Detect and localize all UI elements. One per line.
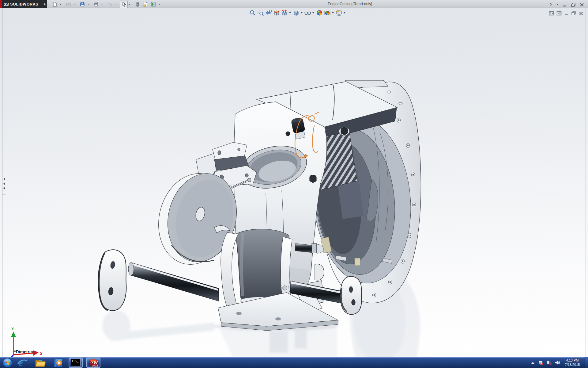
command-prompt-text: C:\_ — [72, 360, 79, 363]
help-button[interactable]: ? — [547, 2, 554, 8]
collapse-left-pane-button[interactable] — [549, 11, 554, 16]
left-arrow-icon — [3, 182, 5, 185]
doc-close-icon — [579, 11, 584, 16]
view-settings-dropdown[interactable] — [343, 9, 346, 17]
select-tool-dropdown[interactable] — [128, 1, 131, 8]
solidworks-cube-icon: S W 2015 — [88, 358, 99, 368]
options-dropdown[interactable] — [157, 1, 161, 8]
display-style-button[interactable] — [292, 9, 300, 17]
close-button[interactable] — [578, 2, 586, 8]
display-style-dropdown[interactable] — [300, 9, 303, 17]
view-settings-button[interactable] — [335, 9, 343, 17]
clock-time: 4:13 PM — [562, 358, 583, 362]
save-floppy-icon — [80, 2, 85, 7]
zoom-to-area-button[interactable] — [257, 9, 265, 17]
menu-expand-arrow[interactable] — [43, 0, 47, 8]
print-button[interactable] — [92, 1, 100, 8]
doc-minimize-button[interactable] — [564, 11, 569, 16]
heads-up-view-toolbar — [249, 9, 347, 17]
doc-restore-button[interactable] — [571, 11, 576, 16]
view-orientation-icon — [281, 9, 288, 17]
action-center-icon[interactable] — [538, 360, 543, 365]
graphics-viewport[interactable]: Y X *Dimetric — [0, 8, 588, 357]
zoom-to-fit-button[interactable] — [249, 9, 257, 17]
appearance-ball-icon — [316, 9, 323, 17]
command-prompt-icon: C:\_ — [71, 359, 81, 366]
svg-text:?: ? — [549, 2, 552, 7]
apply-scene-icon — [324, 9, 331, 17]
view-orientation-button[interactable] — [281, 9, 288, 17]
hide-show-items-button[interactable] — [304, 9, 312, 17]
print-dropdown[interactable] — [100, 1, 104, 8]
collapse-right-pane-button[interactable] — [556, 11, 562, 16]
show-hidden-icons-button[interactable] — [530, 361, 535, 365]
undo-button[interactable] — [106, 1, 114, 8]
file-properties-button[interactable] — [141, 1, 149, 8]
triad-x-label: X — [40, 351, 43, 356]
volume-icon[interactable] — [555, 360, 560, 365]
minimize-button[interactable] — [561, 2, 568, 8]
save-dropdown[interactable] — [86, 1, 90, 8]
select-tool-button[interactable] — [120, 1, 128, 8]
media-player-icon — [52, 358, 64, 368]
minimize-icon — [562, 2, 567, 7]
options-checklist-icon — [151, 2, 156, 7]
display-style-icon — [292, 9, 300, 17]
show-desktop-button[interactable] — [585, 357, 588, 368]
standard-toolbar — [51, 0, 163, 8]
previous-view-button[interactable] — [265, 9, 273, 17]
internet-explorer-icon: e — [17, 358, 28, 368]
eyeglasses-icon — [304, 9, 311, 17]
folder-icon — [34, 358, 46, 368]
doc-minimize-icon — [564, 11, 569, 16]
clock-date: 7/13/2015 — [562, 362, 583, 367]
doc-close-button[interactable] — [579, 11, 584, 16]
view-orientation-name: *Dimetric — [14, 349, 33, 354]
view-settings-icon — [335, 9, 343, 17]
apply-scene-button[interactable] — [323, 9, 331, 17]
windows-taskbar: e C:\_ — [0, 357, 588, 368]
window-title: EngineCasing [Read-only] — [328, 2, 372, 6]
restore-button[interactable] — [570, 2, 577, 8]
title-bar: 3S SOLIDWORKS — [0, 0, 588, 8]
collapse-right-pane-icon — [556, 11, 562, 16]
section-view-button[interactable] — [273, 9, 281, 17]
section-view-icon — [273, 9, 280, 17]
start-button[interactable] — [1, 357, 13, 368]
network-status-icon[interactable] — [546, 360, 552, 365]
taskbar-command-prompt[interactable]: C:\_ — [69, 358, 83, 368]
apply-scene-dropdown[interactable] — [331, 9, 334, 17]
small-knob — [286, 132, 290, 136]
taskbar-clock[interactable]: 4:13 PM 7/13/2015 — [562, 358, 583, 367]
svg-text:e: e — [19, 358, 23, 368]
view-orientation-dropdown[interactable] — [288, 9, 292, 17]
windows-start-icon — [2, 358, 13, 368]
taskbar-solidworks-2015[interactable]: S W 2015 — [86, 358, 100, 368]
help-icon: ? — [548, 2, 553, 7]
zoom-to-fit-icon — [249, 9, 256, 17]
help-dropdown[interactable] — [556, 1, 559, 8]
hide-show-items-dropdown[interactable] — [312, 9, 315, 17]
printer-icon — [93, 2, 99, 7]
new-document-dropdown[interactable] — [59, 1, 62, 8]
doc-restore-icon — [571, 11, 576, 16]
options-button[interactable] — [149, 1, 157, 8]
previous-view-icon — [265, 9, 272, 17]
undo-dropdown[interactable] — [114, 1, 118, 8]
model-canvas[interactable] — [0, 8, 588, 357]
new-document-button[interactable] — [51, 1, 59, 8]
left-arrow-icon — [3, 187, 5, 190]
taskbar-media-player[interactable] — [51, 358, 65, 368]
open-document-button[interactable] — [65, 1, 73, 8]
close-icon — [579, 2, 584, 7]
file-properties-icon — [143, 2, 148, 7]
document-window-controls — [549, 11, 584, 16]
feature-pane-splitter-tab[interactable] — [2, 173, 6, 194]
save-button[interactable] — [78, 1, 86, 8]
taskbar-windows-explorer[interactable] — [33, 358, 47, 368]
open-document-dropdown[interactable] — [73, 1, 76, 8]
taskbar-internet-explorer[interactable]: e — [15, 358, 29, 368]
rebuild-button[interactable] — [134, 1, 141, 8]
sw-year-badge: 2015 — [92, 364, 98, 367]
edit-appearance-button[interactable] — [315, 9, 323, 17]
